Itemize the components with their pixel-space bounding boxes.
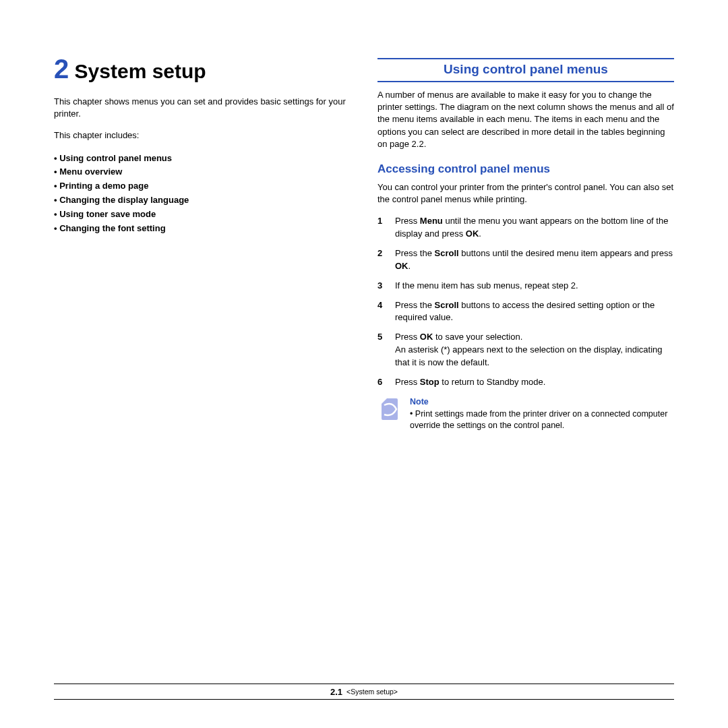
toc-item[interactable]: Menu overview: [54, 165, 351, 179]
step-text: Press the Scroll buttons until the desir…: [395, 247, 674, 273]
intro-text: This chapter shows menus you can set and…: [54, 96, 351, 120]
left-column: 2 System setup This chapter shows menus …: [54, 54, 351, 432]
page-footer: 2.1 <System setup>: [54, 684, 674, 700]
section-heading: Using control panel menus: [377, 58, 674, 82]
chapter-toc: Using control panel menus Menu overview …: [54, 152, 351, 236]
svg-rect-0: [382, 398, 398, 420]
note-text: • Print settings made from the printer d…: [410, 408, 674, 432]
footer-chapter-name: <System setup>: [346, 688, 398, 696]
toc-item[interactable]: Changing the font setting: [54, 222, 351, 236]
numbered-steps: 1Press Menu until the menu you want appe…: [377, 215, 674, 388]
step-number: 3: [377, 280, 387, 293]
note-content: Note • Print settings made from the prin…: [410, 397, 674, 432]
footer-page-number: 2.1: [330, 687, 342, 697]
sub-body: You can control your printer from the pr…: [377, 181, 674, 206]
step-item: 4Press the Scroll buttons to access the …: [377, 299, 674, 325]
toc-item[interactable]: Using toner save mode: [54, 208, 351, 222]
chapter-number: 2: [54, 54, 69, 84]
step-number: 2: [377, 247, 387, 273]
step-text: Press the Scroll buttons to access the d…: [395, 299, 674, 325]
step-number: 5: [377, 331, 387, 369]
sub-heading: Accessing control panel menus: [377, 162, 674, 176]
right-column: Using control panel menus A number of me…: [377, 54, 674, 432]
chapter-name: System setup: [75, 60, 206, 82]
step-number: 6: [377, 376, 387, 389]
note-block: Note • Print settings made from the prin…: [377, 397, 674, 432]
step-item: 2Press the Scroll buttons until the desi…: [377, 247, 674, 273]
page: 2 System setup This chapter shows menus …: [0, 0, 728, 728]
note-title: Note: [410, 397, 674, 406]
chapter-title: 2 System setup: [54, 54, 351, 84]
step-text: Press Stop to return to Standby mode.: [395, 376, 545, 389]
toc-item[interactable]: Using control panel menus: [54, 152, 351, 166]
step-item: 1Press Menu until the menu you want appe…: [377, 215, 674, 241]
toc-item[interactable]: Changing the display language: [54, 193, 351, 208]
step-item: 3If the menu item has sub menus, repeat …: [377, 280, 674, 293]
note-icon: [377, 397, 402, 424]
step-item: 6Press Stop to return to Standby mode.: [377, 376, 674, 389]
step-text: If the menu item has sub menus, repeat s…: [395, 280, 578, 293]
section-body: A number of menus are available to make …: [377, 89, 674, 150]
includes-label: This chapter includes:: [54, 129, 351, 142]
toc-item[interactable]: Printing a demo page: [54, 179, 351, 193]
step-number: 4: [377, 299, 387, 325]
two-column-layout: 2 System setup This chapter shows menus …: [54, 54, 674, 432]
step-item: 5Press OK to save your selection.An aste…: [377, 331, 674, 369]
step-number: 1: [377, 215, 387, 241]
step-text: Press OK to save your selection.An aster…: [395, 331, 674, 369]
step-text: Press Menu until the menu you want appea…: [395, 215, 674, 241]
